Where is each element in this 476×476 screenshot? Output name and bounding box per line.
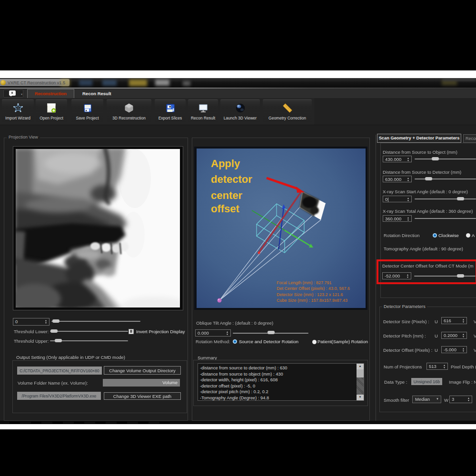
- svg-text:Detector Size (mm) : 123.2 x 1: Detector Size (mm) : 123.2 x 121.6: [277, 292, 343, 297]
- svg-text:Focal Length (mm) : 827.791: Focal Length (mm) : 827.791: [277, 280, 332, 285]
- svg-text:Det Center Offset (pixels) : 4: Det Center Offset (pixels) : 43.0, 567.6: [277, 286, 350, 291]
- svg-text:Cube Size (mm) : 157.8x157.9x8: Cube Size (mm) : 157.8x157.9x87.43: [277, 298, 347, 303]
- svg-text:Apply: Apply: [211, 158, 240, 169]
- svg-text:offset: offset: [211, 203, 240, 215]
- svg-text:center: center: [211, 189, 242, 201]
- svg-text:detector: detector: [211, 173, 252, 185]
